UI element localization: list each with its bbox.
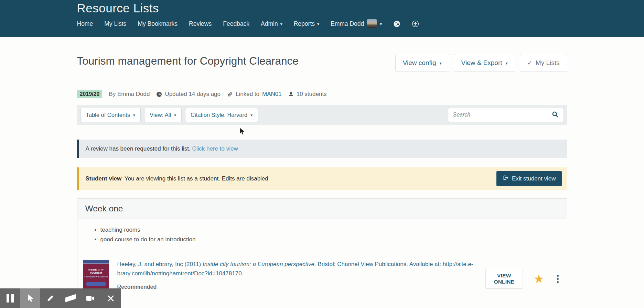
view-online-button[interactable]: VIEW ONLINE (485, 269, 523, 289)
close-icon[interactable] (101, 288, 121, 308)
nav-home[interactable]: Home (77, 20, 93, 28)
pencil-icon[interactable] (40, 288, 61, 308)
page-actions: View config ▾ View & Export ▾ ✓ My Lists (395, 54, 567, 72)
section-link-list: teaching rooms good course to do for an … (85, 227, 559, 243)
pause-icon[interactable] (0, 288, 20, 308)
list-toolbar: Table of Contents ▾ View: All ▾ Citation… (77, 105, 567, 125)
search-icon (552, 111, 558, 119)
module-code-link[interactable]: MAN01 (262, 91, 282, 98)
section-body: teaching rooms good course to do for an … (77, 219, 567, 252)
student-count-label: 10 students (297, 91, 327, 98)
review-message: A review has been requested for this lis… (86, 145, 191, 152)
chevron-down-icon: ▾ (440, 61, 442, 65)
cursor-icon[interactable] (20, 288, 41, 308)
review-link[interactable]: Click here to view (192, 145, 238, 152)
view-export-button[interactable]: View & Export ▾ (454, 54, 515, 72)
check-icon: ✓ (527, 59, 532, 67)
student-view-text: Student view You are viewing this list a… (86, 175, 268, 182)
citation-style-button[interactable]: Citation Style: Harvard ▾ (185, 108, 258, 122)
view-export-label: View & Export (461, 59, 502, 67)
chevron-down-icon: ▾ (133, 113, 135, 117)
nav-feedback[interactable]: Feedback (223, 20, 249, 28)
exit-student-view-button[interactable]: Exit student view (496, 171, 562, 186)
linked-module: Linked to MAN01 (227, 91, 282, 98)
nav-reports-label: Reports (294, 20, 315, 28)
main-nav: Home My Lists My Bookmarks Reviews Feedb… (77, 19, 567, 28)
student-view-label: Student view (86, 175, 122, 182)
nav-my-bookmarks[interactable]: My Bookmarks (138, 20, 178, 28)
screen-recorder-toolbar (0, 288, 121, 308)
week-one-section: Week one teaching rooms good course to d… (77, 198, 567, 308)
list-page: Tourism management for Copyright Clearan… (77, 37, 567, 308)
camera-icon[interactable] (80, 288, 101, 308)
view-filter-label: View: All (150, 112, 171, 118)
student-view-banner: Student view You are viewing this list a… (77, 167, 567, 190)
view-config-label: View config (403, 59, 436, 67)
user-menu[interactable]: Emma Dodd ▾ (331, 19, 382, 28)
top-navbar: Resource Lists Home My Lists My Bookmark… (0, 0, 644, 37)
nav-admin-label: Admin (261, 20, 278, 28)
list-author: By Emma Dodd (109, 91, 150, 98)
kebab-menu-icon[interactable] (555, 274, 561, 284)
chevron-down-icon: ▾ (250, 113, 253, 117)
globe-icon[interactable] (393, 20, 400, 28)
book-cover-thumbnail[interactable]: INSIDE CITY TOURISM A European Perspecti… (83, 260, 109, 290)
link-icon (227, 91, 233, 97)
nav-reviews[interactable]: Reviews (189, 20, 212, 28)
highlighter-icon[interactable] (61, 288, 81, 308)
clock-icon (156, 91, 162, 97)
cover-band-top (83, 260, 109, 264)
importance-label: Recommended (117, 284, 477, 290)
nav-admin-dropdown[interactable]: Admin ▾ (261, 20, 282, 28)
year-badge: 2019/20 (77, 90, 103, 98)
student-view-message: You are viewing this list as a student. … (125, 175, 268, 182)
updated-label: Updated 14 days ago (165, 91, 221, 98)
table-of-contents-button[interactable]: Table of Contents ▾ (80, 108, 141, 122)
citation-style-label: Citation Style: Harvard (191, 112, 247, 118)
chevron-down-icon: ▾ (506, 61, 508, 65)
review-banner: A review has been requested for this lis… (77, 140, 567, 158)
entry-actions: VIEW ONLINE ★ (485, 269, 561, 289)
citation-authors: Heeley, J. and ebrary, Inc (2011) (117, 261, 203, 267)
section-link-teaching-rooms[interactable]: teaching rooms (100, 227, 140, 233)
user-name: Emma Dodd (331, 20, 364, 28)
entry-main: Heeley, J. and ebrary, Inc (2011) Inside… (117, 260, 477, 290)
section-title: Week one (77, 199, 567, 219)
toc-label: Table of Contents (86, 112, 130, 118)
resource-entry: INSIDE CITY TOURISM A European Perspecti… (77, 252, 567, 308)
citation-title: Inside city tourism: a European perspect… (203, 261, 316, 267)
list-meta: 2019/20 By Emma Dodd Updated 14 days ago… (77, 90, 567, 98)
search-group (448, 108, 564, 122)
title-divider (77, 81, 567, 81)
star-icon[interactable]: ★ (534, 273, 544, 285)
student-count: 10 students (288, 91, 327, 98)
chevron-down-icon: ▾ (380, 22, 382, 26)
citation-link[interactable]: Heeley, J. and ebrary, Inc (2011) Inside… (117, 260, 477, 278)
chevron-down-icon: ▾ (280, 22, 282, 26)
my-lists-button[interactable]: ✓ My Lists (520, 54, 567, 72)
person-icon (288, 91, 294, 97)
page-title: Tourism management for Copyright Clearan… (77, 54, 304, 72)
my-lists-label: My Lists (536, 59, 560, 67)
chevron-down-icon: ▾ (317, 22, 319, 26)
list-item: teaching rooms (100, 227, 559, 233)
last-updated: Updated 14 days ago (156, 91, 221, 98)
search-button[interactable] (547, 108, 564, 122)
chevron-down-icon: ▾ (174, 113, 176, 117)
cover-subtitle: A European Perspective (83, 275, 109, 278)
app-title: Resource Lists (77, 0, 567, 15)
linked-label: Linked to (236, 91, 259, 98)
search-input[interactable] (448, 108, 547, 122)
avatar (367, 19, 377, 28)
nav-reports-dropdown[interactable]: Reports ▾ (294, 20, 319, 28)
cover-title: INSIDE CITY TOURISM (83, 268, 109, 274)
view-config-button[interactable]: View config ▾ (395, 54, 449, 72)
view-filter-button[interactable]: View: All ▾ (144, 108, 182, 122)
nav-my-lists[interactable]: My Lists (104, 20, 126, 28)
exit-label: Exit student view (512, 175, 556, 182)
cover-band-bottom (86, 282, 106, 286)
exit-icon (502, 175, 508, 183)
accessibility-icon[interactable] (412, 20, 419, 28)
section-link-good-course[interactable]: good course to do for an introduction (100, 236, 196, 243)
list-item: good course to do for an introduction (100, 236, 559, 243)
